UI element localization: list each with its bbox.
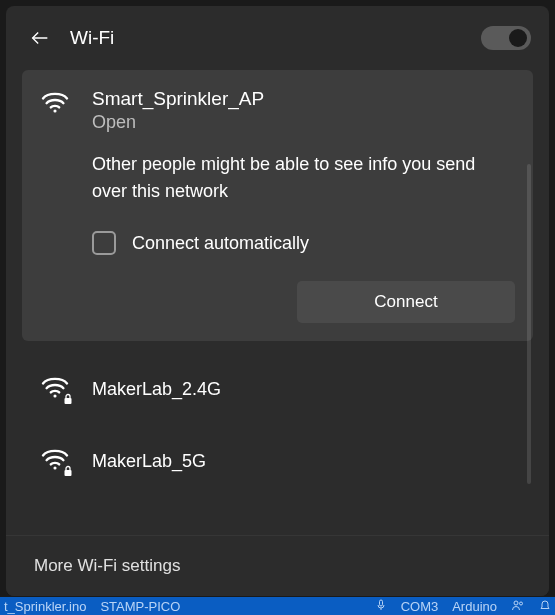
svg-point-8 (514, 601, 518, 605)
wifi-open-icon (40, 90, 76, 118)
scrollbar[interactable] (527, 164, 531, 484)
panel-header: Wi-Fi (6, 6, 549, 70)
network-item-name: MakerLab_2.4G (92, 379, 221, 400)
connect-button[interactable]: Connect (297, 281, 515, 323)
taskbar-item[interactable]: Arduino (452, 599, 497, 614)
svg-point-4 (53, 466, 56, 469)
selected-network-name: Smart_Sprinkler_AP (92, 88, 515, 110)
svg-rect-6 (379, 600, 382, 606)
notification-icon[interactable] (539, 599, 551, 614)
taskbar-item[interactable]: COM3 (401, 599, 439, 614)
toggle-knob (509, 29, 527, 47)
mic-icon[interactable] (375, 599, 387, 614)
network-item[interactable]: MakerLab_2.4G (22, 353, 533, 425)
taskbar: t_Sprinkler.ino STAMP-PICO COM3 Arduino (0, 597, 555, 615)
selected-network-security: Open (92, 112, 515, 133)
auto-connect-checkbox[interactable] (92, 231, 116, 255)
svg-rect-3 (65, 398, 72, 404)
back-button[interactable] (24, 22, 56, 54)
lock-icon (62, 465, 74, 477)
auto-connect-row[interactable]: Connect automatically (92, 231, 515, 255)
wifi-secured-icon (40, 375, 76, 403)
selected-network-card[interactable]: Smart_Sprinkler_AP Open Other people mig… (22, 70, 533, 341)
wifi-secured-icon (40, 447, 76, 475)
wifi-quick-panel: Wi-Fi Smart_Sprinkler_AP Open (6, 6, 549, 596)
svg-point-1 (53, 109, 56, 112)
svg-rect-5 (65, 470, 72, 476)
panel-title: Wi-Fi (70, 27, 481, 49)
taskbar-item[interactable]: t_Sprinkler.ino (4, 599, 86, 614)
lock-icon (62, 393, 74, 405)
auto-connect-label: Connect automatically (132, 233, 309, 254)
svg-point-2 (53, 394, 56, 397)
network-item-name: MakerLab_5G (92, 451, 206, 472)
more-wifi-settings-link[interactable]: More Wi-Fi settings (6, 535, 549, 596)
open-network-warning: Other people might be able to see info y… (92, 151, 515, 205)
network-item[interactable]: MakerLab_5G (22, 425, 533, 497)
network-list: Smart_Sprinkler_AP Open Other people mig… (6, 70, 549, 497)
wifi-toggle[interactable] (481, 26, 531, 50)
svg-point-9 (520, 602, 523, 605)
taskbar-item[interactable]: STAMP-PICO (100, 599, 180, 614)
people-icon[interactable] (511, 599, 525, 614)
arrow-left-icon (29, 27, 51, 49)
